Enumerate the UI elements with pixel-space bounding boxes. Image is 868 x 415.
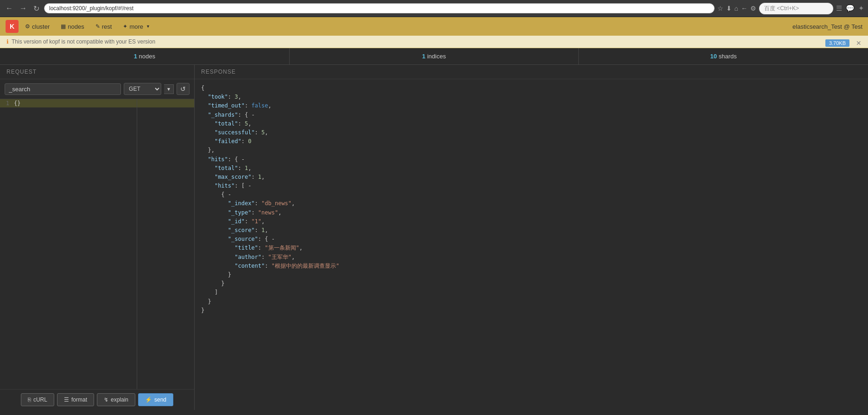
action-bar: ⎘ cURL ☰ format ↯ explain ⚡ send [0, 389, 194, 410]
refresh-button[interactable]: ↺ [177, 83, 190, 95]
navbar-left: K ⚙ cluster ▦ nodes ✎ rest ✦ more ▼ [6, 20, 155, 33]
browser-search-bar[interactable]: 百度 <Ctrl+K> [759, 3, 833, 14]
stat-nodes-label: nodes [139, 53, 155, 60]
reload-button[interactable]: ↻ [32, 3, 41, 14]
stat-shards-value: 10 [710, 53, 717, 60]
logo-text: K [10, 23, 14, 30]
browser-chrome: ← → ↻ localhost:9200/_plugin/kopf/#!/res… [0, 0, 868, 17]
nav-cluster-label: cluster [32, 23, 50, 30]
cluster-icon: ⚙ [25, 23, 30, 30]
response-json: { "took": 3, "timed_out": false, "_shard… [201, 84, 862, 315]
nav-nodes[interactable]: ▦ nodes [56, 21, 89, 32]
browser-security-icons: ☆ ⬇ ⌂ ← ⚙ [717, 5, 756, 12]
stat-shards: 10 shards [579, 48, 868, 64]
method-select[interactable]: GET POST PUT DELETE [124, 83, 161, 95]
line-content-1: {} [14, 100, 20, 107]
send-label: send [154, 396, 166, 403]
close-warning-button[interactable]: ✕ [856, 39, 862, 47]
user-info: elasticsearch_Test @ Test [792, 23, 862, 30]
warning-bar: ℹ This version of kopf is not compatible… [0, 36, 868, 48]
nav-rest[interactable]: ✎ rest [91, 21, 117, 32]
download-icon: ⬇ [726, 5, 732, 12]
search-placeholder: 百度 <Ctrl+K> [764, 5, 799, 12]
extensions-icon: ✦ [858, 4, 864, 13]
explain-icon: ↯ [104, 396, 108, 403]
request-panel: REQUEST GET POST PUT DELETE ▼ ↺ 1 {} ⎘ c… [0, 65, 195, 410]
curl-label: cURL [33, 396, 47, 403]
stat-shards-label: shards [719, 53, 737, 60]
format-button[interactable]: ☰ format [57, 393, 94, 406]
send-button[interactable]: ⚡ send [138, 393, 173, 406]
browser-toolbar: ← → ↻ localhost:9200/_plugin/kopf/#!/res… [0, 0, 868, 17]
user-info-text: elasticsearch_Test @ Test [792, 23, 862, 30]
explain-label: explain [111, 396, 128, 403]
url-input[interactable] [5, 83, 121, 95]
warning-icon: ℹ [6, 38, 9, 45]
line-number-1: 1 [0, 100, 14, 107]
nav-rest-label: rest [102, 23, 112, 30]
response-content: { "took": 3, "timed_out": false, "_shard… [195, 79, 868, 410]
warning-text: This version of kopf is not compatible w… [12, 38, 155, 45]
curl-button[interactable]: ⎘ cURL [21, 393, 54, 406]
url-bar: GET POST PUT DELETE ▼ ↺ [0, 79, 194, 99]
rest-icon: ✎ [95, 23, 100, 30]
explain-button[interactable]: ↯ explain [97, 393, 135, 406]
nav-more-label: more [129, 23, 143, 30]
app-navbar: K ⚙ cluster ▦ nodes ✎ rest ✦ more ▼ elas… [0, 17, 868, 36]
address-bar[interactable]: localhost:9200/_plugin/kopf/#!/rest [44, 3, 715, 13]
nav-nodes-label: nodes [68, 23, 84, 30]
forward-button[interactable]: → [18, 3, 29, 13]
request-title: REQUEST [6, 69, 37, 75]
tools-icon: ⚙ [750, 5, 756, 12]
stat-indices-label: indices [427, 53, 446, 60]
main-content: REQUEST GET POST PUT DELETE ▼ ↺ 1 {} ⎘ c… [0, 65, 868, 410]
more-icon: ✦ [123, 23, 127, 30]
back-button[interactable]: ← [4, 3, 15, 13]
response-title: RESPONSE [201, 69, 236, 75]
curl-icon: ⎘ [28, 396, 31, 403]
stat-nodes-value: 1 [134, 53, 137, 60]
request-panel-header: REQUEST [0, 65, 194, 79]
more-dropdown-icon: ▼ [146, 24, 150, 29]
editor-divider [137, 99, 137, 389]
send-icon: ⚡ [145, 396, 152, 403]
stat-nodes: 1 nodes [0, 48, 290, 64]
response-panel: RESPONSE { "took": 3, "timed_out": false… [195, 65, 868, 410]
back-alt-icon: ← [741, 5, 748, 12]
app-logo: K [6, 20, 19, 33]
stat-indices: 1 indices [290, 48, 579, 64]
nodes-icon: ▦ [61, 23, 66, 30]
warning-bar-container: ℹ This version of kopf is not compatible… [0, 36, 868, 48]
nav-cluster[interactable]: ⚙ cluster [20, 21, 54, 32]
response-panel-header: RESPONSE [195, 65, 868, 79]
format-icon: ☰ [64, 396, 69, 403]
stat-indices-value: 1 [422, 53, 425, 60]
reading-list-icon: ☰ [836, 4, 842, 13]
nav-more[interactable]: ✦ more ▼ [118, 21, 155, 32]
chat-icon: 💬 [846, 4, 855, 13]
method-dropdown-button[interactable]: ▼ [164, 84, 174, 94]
stats-bar: 1 nodes 1 indices 10 shards [0, 48, 868, 65]
url-text: localhost:9200/_plugin/kopf/#!/rest [49, 5, 710, 12]
browser-action-icons: ☰ 💬 ✦ [836, 4, 864, 13]
home-icon: ⌂ [735, 5, 738, 12]
size-badge: 3.70KB [825, 39, 849, 47]
bookmark-icon: ☆ [717, 5, 723, 12]
code-editor[interactable]: 1 {} [0, 99, 194, 389]
code-line-1: 1 {} [0, 99, 194, 107]
format-label: format [71, 396, 87, 403]
